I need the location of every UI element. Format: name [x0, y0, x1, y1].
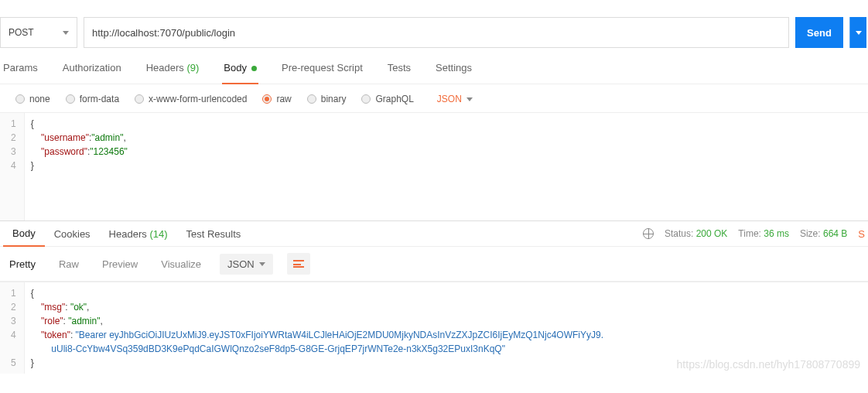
radio-raw[interactable]: raw — [262, 94, 291, 104]
tab-body[interactable]: Body — [222, 62, 258, 84]
view-preview[interactable]: Preview — [97, 255, 142, 273]
save-response-cut[interactable]: S — [858, 228, 865, 240]
resp-tab-body[interactable]: Body — [3, 221, 45, 247]
status-meta: Status: 200 OK — [665, 228, 727, 239]
chevron-down-icon — [63, 31, 69, 35]
raw-format-select[interactable]: JSON — [437, 94, 473, 104]
request-body-editor[interactable]: 1 2 3 4 { "username":"admin", "password"… — [0, 112, 868, 220]
gutter: 1 2 3 4 5 — [0, 282, 25, 374]
resp-tab-cookies[interactable]: Cookies — [45, 222, 100, 246]
response-format-select[interactable]: JSON — [220, 254, 273, 275]
modified-dot-icon — [251, 66, 257, 71]
radio-graphql[interactable]: GraphQL — [361, 94, 413, 104]
resp-tab-testresults[interactable]: Test Results — [177, 222, 251, 246]
radio-xwww[interactable]: x-www-form-urlencoded — [135, 94, 247, 104]
wrap-lines-button[interactable] — [287, 253, 310, 275]
radio-icon — [361, 94, 371, 104]
response-toolbar: Pretty Raw Preview Visualize JSON — [0, 247, 868, 282]
code-area[interactable]: { "username":"admin", "password":"123456… — [25, 113, 134, 220]
tab-params[interactable]: Params — [2, 62, 39, 84]
radio-formdata[interactable]: form-data — [66, 94, 119, 104]
tab-settings[interactable]: Settings — [434, 62, 473, 84]
code-area: { "msg": "ok", "role": "admin", "token":… — [25, 282, 610, 374]
chevron-down-icon — [259, 262, 265, 266]
size-meta: Size: 664 B — [800, 228, 847, 239]
radio-icon — [307, 94, 316, 104]
request-tabs: Params Authorization Headers (9) Body Pr… — [0, 48, 868, 84]
gutter: 1 2 3 4 — [0, 113, 25, 220]
tab-prerequest[interactable]: Pre-request Script — [280, 62, 364, 84]
http-method-value: POST — [9, 27, 34, 38]
tab-tests[interactable]: Tests — [386, 62, 412, 84]
radio-icon — [66, 94, 75, 104]
wrap-lines-icon — [293, 260, 304, 268]
http-method-select[interactable]: POST — [0, 17, 77, 48]
radio-none[interactable]: none — [15, 94, 50, 104]
time-meta: Time: 36 ms — [738, 228, 789, 239]
chevron-down-icon — [466, 97, 473, 101]
response-body-viewer[interactable]: 1 2 3 4 5 { "msg": "ok", "role": "admin"… — [0, 282, 868, 374]
radio-icon — [135, 94, 144, 104]
response-tabs: Body Cookies Headers (14) Test Results S… — [0, 220, 868, 247]
url-input[interactable]: http://localhost:7070/public/login — [84, 17, 789, 48]
send-dropdown-button[interactable] — [849, 17, 866, 48]
view-pretty[interactable]: Pretty — [5, 255, 40, 273]
globe-icon[interactable] — [643, 228, 654, 239]
watermark-text: https://blog.csdn.net/hyh17808770899 — [677, 358, 860, 371]
chevron-down-icon — [856, 31, 862, 35]
resp-tab-headers[interactable]: Headers (14) — [100, 222, 177, 246]
tab-headers[interactable]: Headers (9) — [145, 62, 201, 84]
radio-icon — [15, 94, 25, 104]
radio-icon — [262, 94, 272, 104]
body-type-row: none form-data x-www-form-urlencoded raw… — [0, 84, 868, 112]
view-visualize[interactable]: Visualize — [156, 255, 206, 273]
view-raw[interactable]: Raw — [54, 255, 84, 273]
send-button[interactable]: Send — [795, 17, 843, 48]
radio-binary[interactable]: binary — [307, 94, 347, 104]
tab-authorization[interactable]: Authorization — [61, 62, 123, 84]
url-value: http://localhost:7070/public/login — [92, 27, 235, 39]
